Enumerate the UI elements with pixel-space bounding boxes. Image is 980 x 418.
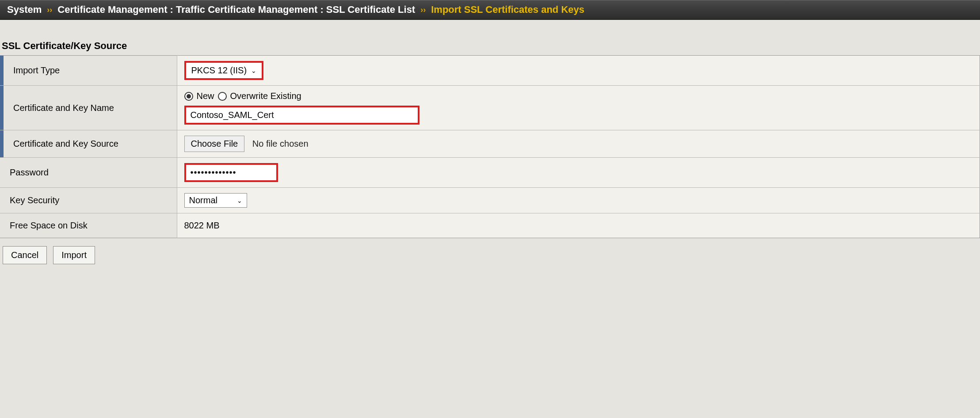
breadcrumb: System ›› Certificate Management : Traff… [0,0,980,20]
highlight-password [184,163,278,182]
input-cert-key-name[interactable] [187,108,417,122]
row-cert-key-name: Certificate and Key Name New Overwrite E… [0,86,980,130]
radio-overwrite-label: Overwrite Existing [230,91,301,101]
chevron-down-icon: ⌄ [251,67,256,74]
radio-new[interactable] [184,92,193,101]
label-cert-key-name: Certificate and Key Name [0,86,177,130]
radio-group-cert-name: New Overwrite Existing [184,91,973,101]
form-table: Import Type PKCS 12 (IIS) ⌄ Certificate … [0,55,980,238]
breadcrumb-separator: ›› [45,5,54,15]
breadcrumb-separator: ›› [419,5,427,15]
value-free-space: 8022 MB [184,220,220,230]
choose-file-button[interactable]: Choose File [184,136,245,152]
row-free-space: Free Space on Disk 8022 MB [0,213,980,238]
section-title: SSL Certificate/Key Source [0,33,980,55]
label-import-type: Import Type [0,56,177,86]
select-key-security[interactable]: Normal ⌄ [184,193,247,208]
select-key-security-value: Normal [189,195,217,205]
label-password: Password [0,158,177,188]
label-cert-key-source: Certificate and Key Source [0,130,177,158]
select-import-type[interactable]: PKCS 12 (IIS) ⌄ [187,64,261,77]
radio-new-label: New [197,91,214,101]
row-password: Password [0,158,980,188]
breadcrumb-current: Import SSL Certificates and Keys [431,4,584,15]
content-area: SSL Certificate/Key Source Import Type P… [0,20,980,272]
import-button[interactable]: Import [53,246,95,264]
highlight-import-type: PKCS 12 (IIS) ⌄ [184,61,264,80]
label-free-space: Free Space on Disk [0,213,177,238]
file-chosen-status: No file chosen [252,139,309,148]
label-key-security: Key Security [0,188,177,213]
select-import-type-value: PKCS 12 (IIS) [191,65,247,76]
chevron-down-icon: ⌄ [237,197,242,204]
cancel-button[interactable]: Cancel [3,246,47,264]
breadcrumb-root[interactable]: System [7,4,42,15]
radio-overwrite[interactable] [218,92,227,101]
row-import-type: Import Type PKCS 12 (IIS) ⌄ [0,56,980,86]
button-bar: Cancel Import [0,238,980,272]
input-password[interactable] [187,166,275,179]
breadcrumb-path[interactable]: Certificate Management : Traffic Certifi… [57,4,415,15]
row-cert-key-source: Certificate and Key Source Choose File N… [0,130,980,158]
row-key-security: Key Security Normal ⌄ [0,188,980,213]
highlight-cert-name [184,106,419,125]
